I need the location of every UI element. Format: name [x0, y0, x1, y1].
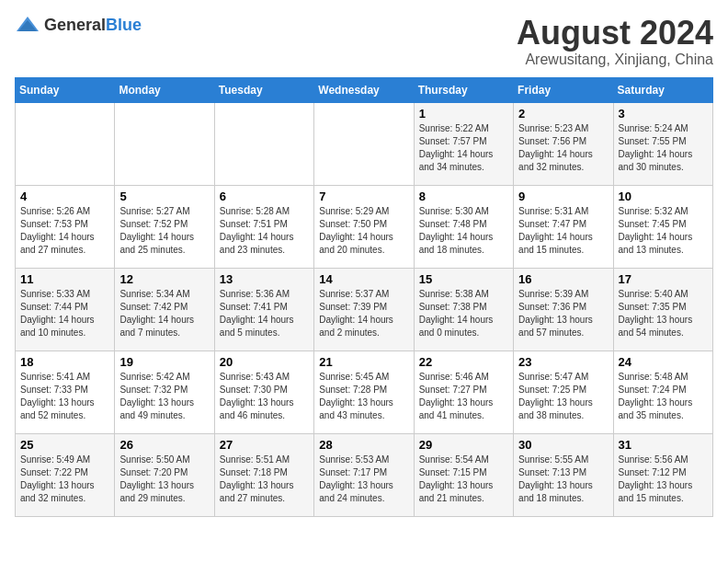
- day-content-line: Daylight: 14 hours: [619, 148, 708, 161]
- day-content-line: Sunset: 7:25 PM: [518, 384, 608, 396]
- weekday-header-tuesday: Tuesday: [214, 77, 313, 102]
- day-content-line: and 32 minutes.: [518, 161, 608, 174]
- day-content-line: and 23 minutes.: [220, 244, 309, 257]
- day-content-line: Sunrise: 5:26 AM: [20, 205, 109, 218]
- day-number: 12: [119, 272, 209, 286]
- day-cell: 9Sunrise: 5:31 AMSunset: 7:47 PMDaylight…: [514, 185, 613, 268]
- day-cell: 10Sunrise: 5:32 AMSunset: 7:45 PMDayligh…: [613, 185, 712, 268]
- day-cell: 26Sunrise: 5:50 AMSunset: 7:20 PMDayligh…: [115, 433, 214, 516]
- day-cell: 16Sunrise: 5:39 AMSunset: 7:36 PMDayligh…: [514, 268, 613, 350]
- day-content-line: Daylight: 13 hours: [419, 396, 508, 409]
- day-content-line: Sunset: 7:32 PM: [119, 384, 209, 396]
- weekday-header-sunday: Sunday: [16, 77, 115, 102]
- day-content-line: and 2 minutes.: [319, 327, 408, 339]
- day-cell: 14Sunrise: 5:37 AMSunset: 7:39 PMDayligh…: [314, 268, 414, 350]
- day-content-line: and 27 minutes.: [20, 244, 109, 257]
- day-number: 8: [419, 190, 508, 203]
- day-cell: [115, 102, 214, 185]
- calendar-table: SundayMondayTuesdayWednesdayThursdayFrid…: [15, 77, 713, 517]
- day-content-line: and 18 minutes.: [419, 244, 508, 257]
- day-content-line: Daylight: 13 hours: [220, 479, 309, 492]
- day-content-line: and 41 minutes.: [419, 409, 508, 422]
- day-content-line: Sunrise: 5:56 AM: [619, 454, 708, 466]
- day-content-line: and 27 minutes.: [220, 492, 309, 505]
- day-content-line: and 34 minutes.: [419, 161, 508, 174]
- day-content-line: Daylight: 13 hours: [518, 396, 608, 409]
- day-content-line: Sunrise: 5:47 AM: [518, 371, 608, 384]
- day-content-line: Daylight: 13 hours: [518, 479, 608, 492]
- day-content-line: Daylight: 14 hours: [20, 231, 109, 244]
- day-content-line: and 43 minutes.: [319, 409, 408, 422]
- day-content-line: Sunrise: 5:54 AM: [419, 454, 508, 466]
- week-row-2: 4Sunrise: 5:26 AMSunset: 7:53 PMDaylight…: [16, 185, 713, 268]
- day-content-line: Sunset: 7:44 PM: [20, 301, 109, 314]
- day-cell: 15Sunrise: 5:38 AMSunset: 7:38 PMDayligh…: [414, 268, 513, 350]
- day-content-line: Daylight: 13 hours: [619, 314, 708, 327]
- day-content-line: and 49 minutes.: [119, 409, 209, 422]
- day-cell: 25Sunrise: 5:49 AMSunset: 7:22 PMDayligh…: [16, 433, 115, 516]
- day-content-line: and 52 minutes.: [20, 409, 109, 422]
- day-content-line: Sunrise: 5:51 AM: [220, 454, 309, 466]
- day-cell: [214, 102, 313, 185]
- day-content-line: and 30 minutes.: [619, 161, 708, 174]
- logo-blue: Blue: [106, 16, 142, 34]
- day-content-line: Daylight: 14 hours: [119, 231, 209, 244]
- logo-general: General: [44, 16, 106, 34]
- day-content-line: Daylight: 14 hours: [119, 314, 209, 327]
- day-content-line: and 24 minutes.: [319, 492, 408, 505]
- day-content-line: Daylight: 13 hours: [119, 396, 209, 409]
- header: GeneralBlue August 2024 Arewusitang, Xin…: [15, 15, 713, 68]
- day-content-line: Daylight: 13 hours: [319, 479, 408, 492]
- week-row-5: 25Sunrise: 5:49 AMSunset: 7:22 PMDayligh…: [16, 433, 713, 516]
- day-content-line: Sunrise: 5:50 AM: [119, 454, 209, 466]
- day-cell: 31Sunrise: 5:56 AMSunset: 7:12 PMDayligh…: [613, 433, 712, 516]
- day-content-line: Sunset: 7:20 PM: [119, 466, 209, 479]
- day-content-line: Sunset: 7:13 PM: [518, 466, 608, 479]
- weekday-header-row: SundayMondayTuesdayWednesdayThursdayFrid…: [16, 77, 713, 102]
- day-content-line: Sunset: 7:57 PM: [419, 135, 508, 148]
- day-cell: 23Sunrise: 5:47 AMSunset: 7:25 PMDayligh…: [514, 350, 613, 433]
- day-content-line: and 5 minutes.: [220, 327, 309, 339]
- day-number: 2: [518, 107, 608, 121]
- weekday-header-saturday: Saturday: [613, 77, 712, 102]
- day-content-line: Sunrise: 5:23 AM: [518, 122, 608, 135]
- day-content-line: Sunrise: 5:34 AM: [119, 288, 209, 301]
- day-content-line: and 10 minutes.: [20, 327, 109, 339]
- day-content-line: Sunrise: 5:48 AM: [619, 371, 708, 384]
- day-content-line: and 18 minutes.: [518, 492, 608, 505]
- day-content-line: and 15 minutes.: [518, 244, 608, 257]
- title-area: August 2024 Arewusitang, Xinjiang, China: [517, 15, 713, 68]
- day-content-line: Sunset: 7:41 PM: [220, 301, 309, 314]
- day-content-line: Sunrise: 5:40 AM: [619, 288, 708, 301]
- day-number: 17: [619, 272, 708, 286]
- day-content-line: Sunset: 7:39 PM: [319, 301, 408, 314]
- weekday-header-wednesday: Wednesday: [314, 77, 414, 102]
- day-number: 28: [319, 438, 408, 452]
- day-number: 18: [20, 355, 109, 369]
- day-content-line: Sunset: 7:47 PM: [518, 218, 608, 231]
- day-content-line: Daylight: 13 hours: [619, 396, 708, 409]
- day-cell: 30Sunrise: 5:55 AMSunset: 7:13 PMDayligh…: [514, 433, 613, 516]
- day-cell: 7Sunrise: 5:29 AMSunset: 7:50 PMDaylight…: [314, 185, 414, 268]
- day-content-line: Daylight: 14 hours: [220, 231, 309, 244]
- day-cell: [16, 102, 115, 185]
- day-number: 3: [619, 107, 708, 121]
- day-content-line: Sunrise: 5:37 AM: [319, 288, 408, 301]
- day-content-line: Daylight: 14 hours: [319, 314, 408, 327]
- day-content-line: Sunset: 7:51 PM: [220, 218, 309, 231]
- day-content-line: Sunrise: 5:24 AM: [619, 122, 708, 135]
- day-cell: 4Sunrise: 5:26 AMSunset: 7:53 PMDaylight…: [16, 185, 115, 268]
- day-content-line: Daylight: 14 hours: [419, 231, 508, 244]
- day-content-line: Sunset: 7:15 PM: [419, 466, 508, 479]
- day-content-line: and 38 minutes.: [518, 409, 608, 422]
- day-content-line: Daylight: 13 hours: [20, 479, 109, 492]
- day-cell: 27Sunrise: 5:51 AMSunset: 7:18 PMDayligh…: [214, 433, 313, 516]
- day-content-line: Daylight: 13 hours: [419, 479, 508, 492]
- day-content-line: Daylight: 14 hours: [518, 231, 608, 244]
- day-content-line: and 54 minutes.: [619, 327, 708, 339]
- day-content-line: Sunset: 7:56 PM: [518, 135, 608, 148]
- day-number: 14: [319, 272, 408, 286]
- day-content-line: Sunrise: 5:31 AM: [518, 205, 608, 218]
- day-cell: 11Sunrise: 5:33 AMSunset: 7:44 PMDayligh…: [16, 268, 115, 350]
- day-number: 7: [319, 190, 408, 203]
